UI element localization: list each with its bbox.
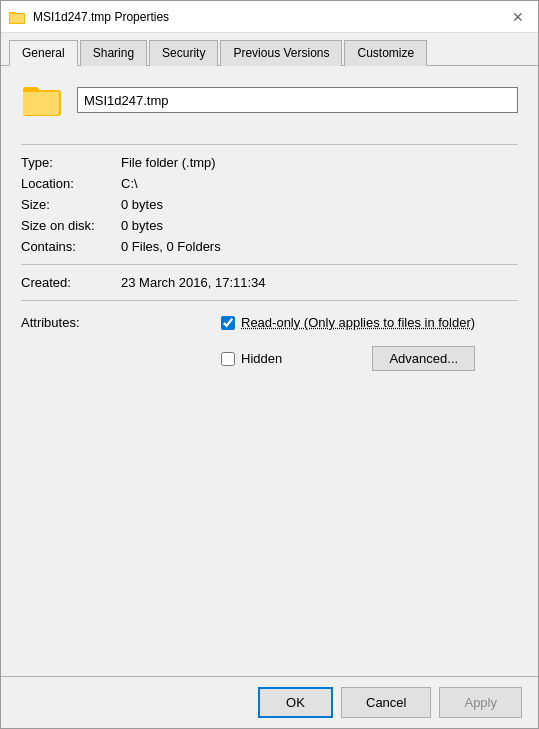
hidden-checkbox-row: Hidden [221,351,282,366]
attributes-section: Attributes: Read-only (Only applies to f… [21,315,518,371]
readonly-row: Read-only (Only applies to files in fold… [221,315,475,330]
location-row: Location: C:\ [21,176,518,191]
tab-customize[interactable]: Customize [344,40,427,66]
ok-button[interactable]: OK [258,687,333,718]
created-row: Created: 23 March 2016, 17:11:34 [21,275,518,290]
folder-icon [21,82,61,118]
footer: OK Cancel Apply [1,676,538,728]
size-label: Size: [21,197,121,212]
contains-label: Contains: [21,239,121,254]
properties-window: MSI1d247.tmp Properties ✕ General Sharin… [0,0,539,729]
created-table: Created: 23 March 2016, 17:11:34 [21,275,518,290]
divider-2 [21,264,518,265]
size-value: 0 bytes [121,197,163,212]
size-on-disk-label: Size on disk: [21,218,121,233]
location-value: C:\ [121,176,138,191]
divider-1 [21,144,518,145]
created-label: Created: [21,275,121,290]
close-button[interactable]: ✕ [506,5,530,29]
attributes-controls: Read-only (Only applies to files in fold… [221,315,475,371]
type-label: Type: [21,155,121,170]
svg-rect-2 [10,14,24,23]
title-bar-folder-icon [9,9,25,25]
file-header [21,82,518,118]
file-name-input[interactable] [77,87,518,113]
hidden-label: Hidden [241,351,282,366]
hidden-row: Hidden Advanced... [221,346,475,371]
tab-security[interactable]: Security [149,40,218,66]
size-row: Size: 0 bytes [21,197,518,212]
tab-sharing[interactable]: Sharing [80,40,147,66]
contains-row: Contains: 0 Files, 0 Folders [21,239,518,254]
type-row: Type: File folder (.tmp) [21,155,518,170]
window-title: MSI1d247.tmp Properties [33,10,169,24]
cancel-button[interactable]: Cancel [341,687,431,718]
attributes-label: Attributes: [21,315,121,371]
size-on-disk-row: Size on disk: 0 bytes [21,218,518,233]
info-table: Type: File folder (.tmp) Location: C:\ S… [21,155,518,254]
size-on-disk-value: 0 bytes [121,218,163,233]
tab-previous-versions[interactable]: Previous Versions [220,40,342,66]
advanced-button[interactable]: Advanced... [372,346,475,371]
divider-3 [21,300,518,301]
readonly-checkbox[interactable] [221,316,235,330]
tab-general[interactable]: General [9,40,78,66]
content-area: Type: File folder (.tmp) Location: C:\ S… [1,66,538,676]
contains-value: 0 Files, 0 Folders [121,239,221,254]
readonly-label: Read-only (Only applies to files in fold… [241,315,475,330]
apply-button[interactable]: Apply [439,687,522,718]
hidden-checkbox[interactable] [221,352,235,366]
created-value: 23 March 2016, 17:11:34 [121,275,266,290]
title-bar-left: MSI1d247.tmp Properties [9,9,169,25]
title-bar: MSI1d247.tmp Properties ✕ [1,1,538,33]
location-label: Location: [21,176,121,191]
type-value: File folder (.tmp) [121,155,216,170]
tab-bar: General Sharing Security Previous Versio… [1,33,538,66]
